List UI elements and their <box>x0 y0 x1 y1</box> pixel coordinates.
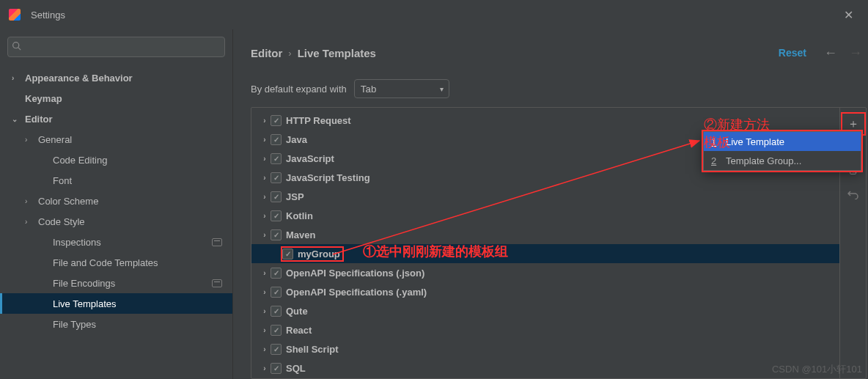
breadcrumb-sep: › <box>288 48 291 59</box>
project-scope-icon <box>212 279 222 287</box>
template-group-row[interactable]: React <box>251 320 839 339</box>
undo-button[interactable] <box>841 183 866 206</box>
chevron-icon <box>259 174 271 182</box>
template-group-row[interactable]: Maven <box>251 225 839 244</box>
title-bar: Settings ✕ <box>0 0 868 29</box>
template-label: React <box>286 325 312 336</box>
chevron-icon <box>259 193 271 201</box>
app-icon <box>9 9 21 21</box>
chevron-icon <box>259 136 271 144</box>
sidebar-item[interactable]: File and Code Templates <box>0 252 232 273</box>
sidebar-item-label: Appearance & Behavior <box>25 73 133 84</box>
template-label: JSP <box>286 191 304 202</box>
sidebar-item[interactable]: File Encodings <box>0 273 232 293</box>
template-checkbox[interactable] <box>271 268 282 279</box>
template-label: myGroup <box>298 249 340 260</box>
template-label: Java <box>286 134 307 145</box>
template-label: JavaScript <box>286 153 334 164</box>
chevron-icon <box>12 95 22 103</box>
template-group-row[interactable]: SQL <box>251 358 839 378</box>
window-title: Settings <box>31 10 65 21</box>
sidebar-item-label: Editor <box>25 114 53 125</box>
chevron-icon <box>259 231 271 239</box>
sidebar-item-label: Inspections <box>53 237 101 248</box>
nav-forward-icon: → <box>843 43 868 64</box>
reset-link[interactable]: Reset <box>779 47 806 59</box>
breadcrumb-part: Editor <box>251 47 282 59</box>
chevron-icon <box>25 218 35 226</box>
sidebar-item-label: File Encodings <box>53 278 115 289</box>
sidebar-item[interactable]: Keymap <box>0 88 232 108</box>
template-checkbox[interactable] <box>282 249 293 260</box>
sidebar-item-label: Live Templates <box>53 298 116 309</box>
sidebar-item[interactable]: General <box>0 129 232 150</box>
template-group-row[interactable]: HTTP Request <box>251 111 839 130</box>
sidebar-item[interactable]: Code Editing <box>0 150 232 170</box>
template-checkbox[interactable] <box>271 344 282 355</box>
expand-label: By default expand with <box>251 84 347 95</box>
template-checkbox[interactable] <box>271 210 282 221</box>
template-label: HTTP Request <box>286 115 351 126</box>
sidebar-item[interactable]: Code Style <box>0 211 232 232</box>
chevron-icon <box>259 212 271 220</box>
template-label: OpenAPI Specifications (.json) <box>286 268 424 279</box>
popup-label: Template Group... <box>726 155 801 166</box>
sidebar-item[interactable]: Editor <box>0 108 232 129</box>
settings-tree: Appearance & Behavior KeymapEditorGenera… <box>0 67 232 379</box>
sidebar-item-label: Keymap <box>25 93 62 104</box>
template-group-row[interactable]: JSP <box>251 187 839 206</box>
project-scope-icon <box>212 238 222 246</box>
popup-index: 1 <box>711 136 726 147</box>
sidebar-item-label: General <box>38 134 72 145</box>
sidebar-item-label: File and Code Templates <box>53 257 158 268</box>
template-checkbox[interactable] <box>271 134 282 145</box>
sidebar-item-label: File Types <box>53 319 96 330</box>
sidebar-item-label: Font <box>53 175 72 186</box>
template-checkbox[interactable] <box>271 325 282 336</box>
settings-sidebar: Appearance & Behavior KeymapEditorGenera… <box>0 29 233 379</box>
nav-back-icon[interactable]: ← <box>818 43 843 64</box>
template-checkbox[interactable] <box>271 153 282 164</box>
expand-with-select[interactable]: Tab <box>354 79 449 98</box>
template-group-row[interactable]: Kotlin <box>251 206 839 225</box>
sidebar-item[interactable]: Inspections <box>0 232 232 252</box>
close-icon[interactable]: ✕ <box>838 5 859 25</box>
popup-index: 2 <box>711 155 726 166</box>
chevron-icon <box>259 307 271 315</box>
chevron-icon <box>40 259 50 267</box>
sidebar-item[interactable]: Color Scheme <box>0 191 232 211</box>
chevron-icon <box>12 74 22 82</box>
templates-area: HTTP RequestJavaJavaScriptJavaScript Tes… <box>251 107 867 379</box>
chevron-icon <box>12 115 22 123</box>
template-checkbox[interactable] <box>271 363 282 374</box>
template-checkbox[interactable] <box>271 306 282 317</box>
sidebar-item-label: Color Scheme <box>38 196 98 207</box>
template-group-row[interactable]: myGroup①选中刚刚新建的模板组 <box>251 244 839 263</box>
template-checkbox[interactable] <box>271 115 282 126</box>
template-group-row[interactable]: Shell Script <box>251 339 839 358</box>
chevron-icon <box>40 156 50 164</box>
template-label: SQL <box>286 363 306 374</box>
add-popup: ②新建方法模板 1Live Template2Template Group... <box>703 131 861 171</box>
sidebar-item[interactable]: File Types <box>0 314 232 334</box>
template-checkbox[interactable] <box>271 172 282 183</box>
annotation-1: ①选中刚刚新建的模板组 <box>363 243 508 260</box>
sidebar-item[interactable]: Appearance & Behavior <box>0 67 232 88</box>
settings-search-input[interactable] <box>7 37 225 57</box>
popup-item[interactable]: 1Live Template <box>704 132 861 151</box>
template-label: OpenAPI Specifications (.yaml) <box>286 287 427 298</box>
breadcrumb-part: Live Templates <box>298 47 376 59</box>
sidebar-item[interactable]: Font <box>0 170 232 191</box>
template-group-row[interactable]: OpenAPI Specifications (.yaml) <box>251 282 839 301</box>
popup-item[interactable]: 2Template Group... <box>704 151 861 170</box>
popup-label: Live Template <box>726 136 784 147</box>
chevron-icon <box>259 364 271 372</box>
sidebar-item[interactable]: Live Templates <box>0 293 232 314</box>
template-checkbox[interactable] <box>271 229 282 240</box>
template-checkbox[interactable] <box>271 287 282 298</box>
template-group-row[interactable]: OpenAPI Specifications (.json) <box>251 263 839 282</box>
sidebar-item-label: Code Editing <box>53 155 107 166</box>
chevron-icon <box>40 300 50 308</box>
template-group-row[interactable]: Qute <box>251 301 839 320</box>
template-checkbox[interactable] <box>271 191 282 202</box>
